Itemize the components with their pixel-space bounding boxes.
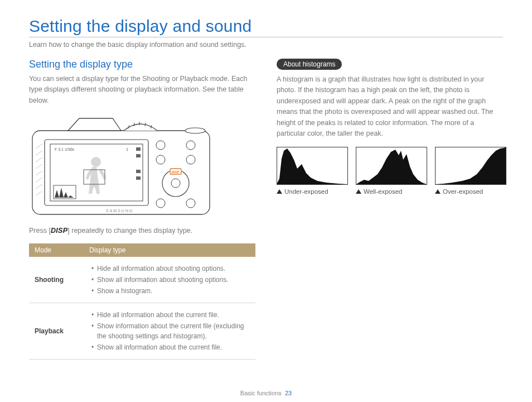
disp-label: DISP	[51, 227, 67, 234]
list-item: Show information about the current file …	[91, 321, 250, 341]
list-item: Hide all information about the current f…	[91, 310, 250, 320]
svg-point-19	[186, 155, 195, 164]
list-item: Hide all information about shooting opti…	[91, 264, 250, 274]
histo-label: Well-exposed	[364, 188, 402, 195]
histogram-under: Under-exposed	[277, 147, 348, 195]
title-rule	[29, 37, 503, 37]
about-body: A histogram is a graph that illustrates …	[277, 74, 503, 139]
page-footer: Basic functions 23	[0, 390, 532, 396]
mode-cell: Playback	[29, 303, 84, 360]
triangle-icon	[277, 189, 282, 194]
histogram-over: Over-exposed	[435, 147, 506, 195]
right-column: About histograms A histogram is a graph …	[277, 59, 503, 360]
svg-rect-14	[136, 170, 141, 173]
svg-rect-15	[136, 176, 141, 180]
disp-button-label: DISP	[172, 170, 180, 174]
mode-cell: Shooting	[29, 257, 84, 303]
list-item: Show a histogram.	[91, 286, 250, 296]
svg-point-23	[186, 199, 195, 208]
section-body: You can select a display type for the Sh…	[29, 74, 255, 106]
press-pre: Press [	[29, 227, 51, 234]
histogram-row: Under-exposed Well-exposed Over-exposed	[277, 147, 503, 195]
table-row: Playback Hide all information about the …	[29, 303, 255, 360]
press-instruction: Press [DISP] repeatedly to change thes d…	[29, 227, 255, 234]
footer-page: 23	[285, 390, 292, 396]
footer-section: Basic functions	[240, 390, 282, 396]
left-column: Setting the display type You can select …	[29, 59, 255, 360]
svg-point-9	[91, 157, 101, 167]
svg-point-16	[156, 141, 165, 150]
th-display-type: Display type	[84, 243, 255, 257]
about-histograms-pill: About histograms	[277, 59, 342, 70]
intro-text: Learn how to change the basic display in…	[29, 41, 503, 49]
svg-point-18	[186, 141, 195, 150]
camera-illustration: F 3.1 1/30s 1	[29, 114, 255, 220]
histo-label: Under-exposed	[284, 188, 328, 195]
svg-point-21	[171, 179, 180, 188]
triangle-icon	[356, 189, 361, 194]
lcd-right-text: 1	[126, 147, 128, 151]
list-item: Show all information about shooting opti…	[91, 275, 250, 285]
svg-point-17	[156, 155, 165, 164]
svg-rect-13	[136, 154, 141, 157]
svg-point-6	[185, 128, 205, 133]
histogram-well: Well-exposed	[356, 147, 427, 195]
table-row: Shooting Hide all information about shoo…	[29, 257, 255, 303]
page-title: Setting the display and sound	[29, 17, 503, 36]
histo-label: Over-exposed	[443, 188, 483, 195]
list-item: Show all information about the current f…	[91, 342, 250, 352]
triangle-icon	[435, 189, 441, 194]
section-heading: Setting the display type	[29, 59, 255, 70]
camera-brand: SAMSUNG	[106, 209, 133, 213]
press-post: ] repeatedly to change thes display type…	[67, 227, 192, 234]
svg-rect-12	[136, 147, 141, 151]
th-mode: Mode	[29, 243, 84, 257]
lcd-top-text: F 3.1 1/30s	[55, 147, 75, 151]
options-cell: Hide all information about shooting opti…	[84, 257, 255, 303]
options-cell: Hide all information about the current f…	[84, 303, 255, 360]
svg-point-22	[156, 199, 165, 208]
display-type-table: Mode Display type Shooting Hide all info…	[29, 243, 255, 360]
